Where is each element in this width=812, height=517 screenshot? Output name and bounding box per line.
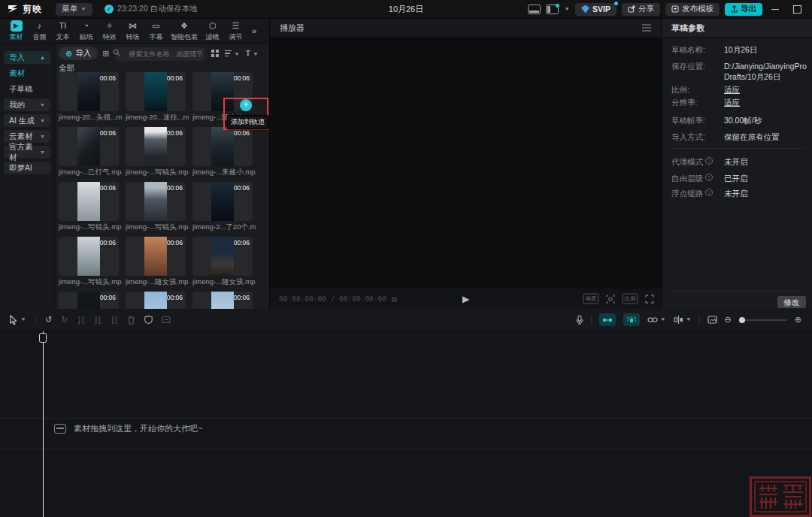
sidebar-item-media[interactable]: 素材	[4, 67, 50, 80]
svip-button[interactable]: SVIP	[575, 3, 617, 16]
quality-button[interactable]: 画质	[583, 294, 598, 304]
media-library-panel: ▶ 素材 ♪ 音频 TI 文本 ◔ 贴纸 ✧ 特效	[0, 19, 269, 309]
sidebar-label: 云素材	[9, 132, 33, 142]
param-label: 自由层级	[671, 173, 703, 183]
sidebar-item-jimeng-ai[interactable]: 即梦AI	[4, 162, 50, 174]
export-button[interactable]: 导出	[725, 3, 762, 16]
select-tool-button[interactable]: ▼	[9, 315, 26, 325]
split-button[interactable]: ][	[77, 316, 84, 324]
param-value-resolution[interactable]: 适应	[724, 97, 807, 107]
sidebar-item-import[interactable]: 导入 ▲	[4, 51, 50, 64]
fit-preview-icon[interactable]	[606, 295, 615, 304]
help-icon[interactable]: ?	[705, 157, 713, 165]
menu-button[interactable]: 菜单 ▼	[56, 3, 92, 16]
filter-button[interactable]: T ▼	[246, 50, 259, 58]
video-thumbnail[interactable]: 00:06	[192, 127, 253, 166]
tab-adjust[interactable]: ☰ 调节	[224, 20, 247, 42]
player-menu-icon[interactable]	[642, 24, 651, 31]
sort-button[interactable]: ▼	[225, 50, 240, 57]
sidebar-item-cloud-media[interactable]: 云素材 ▼	[4, 130, 50, 143]
sidebar-item-subdraft[interactable]: 子草稿	[4, 83, 50, 95]
auto-snap-toggle[interactable]	[623, 313, 640, 326]
chevron-down-icon[interactable]: ▼	[564, 6, 570, 11]
sidebar-item-mine[interactable]: 我的 ▼	[4, 98, 50, 111]
ratio-button[interactable]: 比例	[623, 294, 638, 304]
jianying-logo-icon	[8, 5, 19, 14]
search-input[interactable]	[115, 47, 205, 61]
video-thumbnail[interactable]: 00:06	[126, 237, 186, 276]
publish-template-button[interactable]: 发布模板	[665, 3, 720, 16]
sidebar-item-official-media[interactable]: 官方素材 ▼	[4, 146, 50, 159]
library-tab-bar: ▶ 素材 ♪ 音频 TI 文本 ◔ 贴纸 ✧ 特效	[0, 19, 269, 44]
media-cell: 00:06 jimeng-...来越小.mp4	[192, 127, 253, 175]
divider	[671, 291, 804, 292]
redo-button[interactable]: ↻	[61, 315, 68, 325]
material-grid-icon[interactable]: ⊞	[102, 49, 109, 59]
video-thumbnail[interactable]: 00:06	[59, 127, 119, 166]
sidebar-item-ai-generate[interactable]: AI 生成 ▼	[4, 114, 50, 127]
help-icon[interactable]: ?	[705, 189, 713, 196]
timeline-zoom-slider[interactable]	[739, 319, 787, 321]
edit-clip-button[interactable]	[162, 316, 171, 324]
video-thumbnail[interactable]: 00:06	[59, 72, 119, 111]
playhead-handle[interactable]	[39, 333, 47, 343]
tab-transitions[interactable]: ⋈ 转场	[121, 20, 144, 42]
share-button[interactable]: 分享	[622, 3, 660, 16]
video-thumbnail[interactable]: 00:06	[192, 182, 253, 221]
tab-label: 调节	[229, 32, 242, 41]
add-to-track-button[interactable]: +	[240, 99, 252, 111]
tab-effects[interactable]: ✧ 特效	[98, 20, 121, 42]
freeze-frame-button[interactable]	[144, 315, 153, 325]
trim-right-button[interactable]: ][	[110, 316, 117, 324]
tab-smart-package[interactable]: ❖ 智能包装	[168, 20, 201, 42]
undo-button[interactable]: ↺	[45, 315, 52, 325]
delete-button[interactable]	[127, 316, 135, 325]
trim-left-button[interactable]: ][	[93, 316, 101, 324]
grid-view-icon[interactable]	[211, 50, 219, 57]
slider-handle[interactable]	[739, 317, 745, 323]
zoom-out-button[interactable]: ⊖	[725, 315, 732, 325]
autosave-text: 23:23:20 自动保存本地	[117, 4, 198, 14]
player-viewport[interactable]	[270, 38, 662, 289]
modify-button[interactable]: 修改	[777, 296, 806, 308]
param-value-ratio[interactable]: 适应	[724, 84, 807, 95]
video-thumbnail[interactable]: 00:06	[126, 72, 186, 111]
timecode: 00:00:00:00 / 00:00:00:00	[279, 295, 386, 303]
video-thumbnail[interactable]: 00:06	[59, 237, 119, 276]
timeline-panel: ▼ ↺ ↻ ][ ][ ][	[0, 309, 812, 517]
video-thumbnail[interactable]: 00:06	[126, 292, 186, 309]
video-thumbnail[interactable]: 00:06	[59, 182, 119, 221]
record-voiceover-button[interactable]	[576, 315, 583, 325]
play-button[interactable]: ▶	[462, 294, 469, 304]
tab-sticker[interactable]: ◔ 贴纸	[74, 20, 98, 42]
video-thumbnail[interactable]: 00:06	[192, 237, 253, 276]
tab-captions[interactable]: ▭ 字幕	[144, 20, 168, 42]
layout-panel-icon[interactable]	[546, 5, 559, 14]
titlebar-actions: ▼ SVIP 分享 发布模板	[528, 0, 806, 18]
video-thumbnail[interactable]: 00:06	[126, 182, 186, 221]
expand-tabs-icon[interactable]: »	[252, 26, 255, 35]
cover-button[interactable]	[707, 316, 717, 324]
tab-audio[interactable]: ♪ 音频	[28, 20, 51, 42]
video-thumbnail[interactable]: 00:06	[192, 292, 253, 309]
help-icon[interactable]: ?	[705, 174, 713, 181]
preview-axis-button[interactable]: ▼	[674, 316, 692, 324]
playhead-line[interactable]	[43, 331, 44, 517]
import-button[interactable]: ⊕ 导入	[59, 47, 98, 60]
tab-filters[interactable]: ⬡ 滤镜	[201, 20, 224, 42]
layout-bottom-icon[interactable]	[528, 5, 541, 14]
video-thumbnail[interactable]: 00:06	[126, 127, 186, 166]
tab-text[interactable]: TI 文本	[51, 20, 74, 42]
timecode-settings-icon[interactable]: ▦	[391, 295, 398, 303]
video-thumbnail[interactable]: 00:06	[59, 292, 119, 309]
sidebar-label: 官方素材	[9, 142, 40, 163]
main-track-magnet-toggle[interactable]	[599, 313, 616, 326]
zoom-in-button[interactable]: ⊕	[795, 315, 801, 325]
param-value-float-link: 未开启	[724, 188, 807, 198]
thumbnail-image	[77, 292, 100, 309]
tab-media[interactable]: ▶ 素材	[5, 20, 28, 42]
linkage-button[interactable]: ▼	[647, 316, 666, 323]
fullscreen-icon[interactable]	[645, 295, 654, 304]
maximize-button[interactable]	[789, 2, 806, 16]
minimize-button[interactable]	[768, 2, 784, 16]
